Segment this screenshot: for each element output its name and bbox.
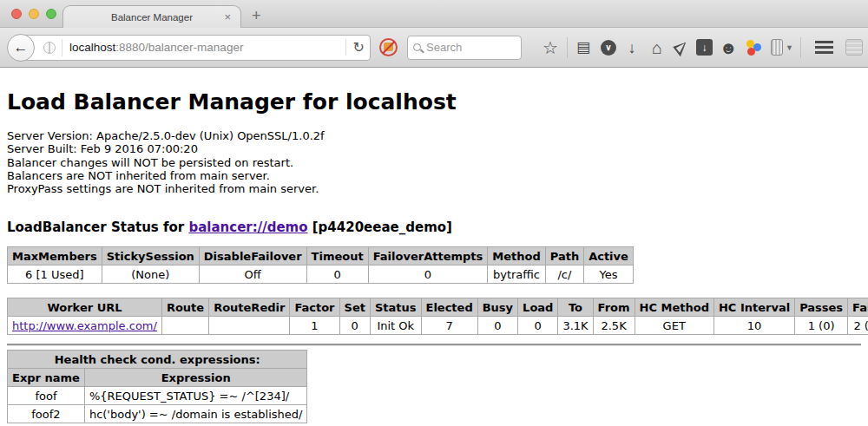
menu-icon[interactable]: [815, 41, 833, 54]
downloads-icon[interactable]: ↓: [622, 40, 641, 56]
table-row: foof %{REQUEST_STATUS} =~ /^[234]/: [8, 387, 307, 405]
reload-icon[interactable]: ↻: [345, 39, 365, 56]
url-bar[interactable]: localhost:8880/balancer-manager ↻: [20, 35, 371, 61]
server-info: Server Version: Apache/2.5.0-dev (Unix) …: [7, 129, 861, 195]
table-row: 6 [1 Used] (None) Off 0 0 bytraffic /c/ …: [8, 265, 634, 284]
table-header-row: MaxMembers StickySession DisableFailover…: [8, 247, 634, 265]
inherit-note-line: Balancers are NOT inherited from main se…: [7, 169, 861, 182]
tab-title: Balancer Manager: [111, 12, 193, 23]
persist-note-line: Balancer changes will NOT be persisted o…: [7, 156, 861, 169]
sidebar-toggle-icon[interactable]: [845, 39, 863, 56]
worker-url-link[interactable]: http://www.example.com/: [12, 319, 157, 332]
url-text[interactable]: localhost:8880/balancer-manager: [69, 41, 345, 54]
section-divider: [7, 344, 861, 346]
table-header-row: Expr name Expression: [8, 369, 307, 387]
table-header-row: Worker URL Route RouteRedir Factor Set S…: [8, 298, 868, 317]
password-manager-extension-icon[interactable]: [771, 39, 783, 56]
health-check-table: Health check cond. expressions: Expr nam…: [7, 350, 307, 423]
bookmark-star-icon[interactable]: ☆: [541, 39, 560, 56]
urlbar-divider: [62, 39, 62, 56]
url-path: :8880/balancer-manager: [115, 41, 243, 54]
plugin-blocked-icon[interactable]: [378, 37, 398, 57]
close-window-button[interactable]: [11, 9, 22, 19]
table-title-row: Health check cond. expressions:: [8, 351, 307, 369]
reading-list-icon[interactable]: ▤: [574, 40, 593, 55]
proxypass-note-line: ProxyPass settings are NOT inherited fro…: [7, 182, 861, 195]
back-button[interactable]: ←: [7, 34, 35, 62]
titlebar: Balancer Manager × +: [0, 0, 868, 28]
navigation-toolbar: ← localhost:8880/balancer-manager ↻ ☆ ▤ …: [0, 28, 868, 68]
table-row: http://www.example.com/ 1 0 Init Ok 7 0 …: [8, 317, 868, 335]
page-title: Load Balancer Manager for localhost: [7, 68, 861, 115]
search-box[interactable]: [407, 36, 522, 60]
server-version-line: Server Version: Apache/2.5.0-dev (Unix) …: [7, 129, 861, 142]
page-content: Load Balancer Manager for localhost Serv…: [0, 68, 868, 426]
toolbar-divider-2: [800, 37, 801, 58]
pocket-icon[interactable]: ∨: [601, 40, 616, 56]
balancer-demo-link[interactable]: balancer://demo: [188, 220, 307, 235]
worker-status-table: Worker URL Route RouteRedir Factor Set S…: [7, 298, 868, 335]
globe-icon: [43, 42, 56, 54]
home-icon[interactable]: ⌂: [648, 39, 667, 56]
feedback-smiley-icon[interactable]: ☻: [719, 39, 738, 56]
table-row: foof2 hc('body') =~ /domain is establish…: [8, 405, 307, 423]
browser-tab[interactable]: Balancer Manager ×: [62, 5, 241, 29]
chevron-down-icon[interactable]: ▼: [786, 43, 793, 52]
toolbar-divider: [567, 37, 568, 58]
balancer-settings-table: MaxMembers StickySession DisableFailover…: [7, 246, 634, 284]
tab-close-icon[interactable]: ×: [224, 10, 231, 23]
zoom-window-button[interactable]: [46, 9, 56, 19]
balancer-status-heading: LoadBalancer Status for balancer://demo …: [7, 220, 861, 235]
send-page-icon[interactable]: [673, 38, 690, 56]
minimize-window-button[interactable]: [29, 9, 39, 19]
colored-dots-extension-icon[interactable]: [745, 39, 762, 56]
search-input[interactable]: [426, 41, 516, 54]
browser-window: Balancer Manager × + ← localhost:8880/ba…: [0, 0, 868, 426]
new-tab-button[interactable]: +: [252, 7, 261, 25]
search-icon: [413, 43, 421, 51]
server-built-line: Server Built: Feb 9 2016 07:00:20: [7, 142, 861, 155]
traffic-lights: [11, 9, 56, 19]
video-download-extension-icon[interactable]: ↓: [696, 39, 713, 56]
url-host: localhost: [69, 41, 115, 54]
